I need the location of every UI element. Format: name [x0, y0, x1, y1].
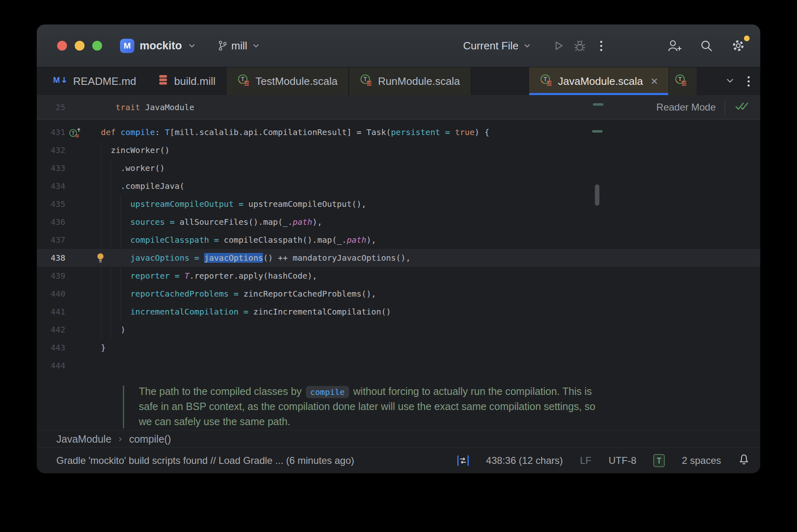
tab-label: build.mill: [174, 75, 216, 88]
line-number[interactable]: 441: [37, 303, 65, 321]
doc-text-run: without forcing to actually run the comp…: [350, 386, 592, 397]
code-token: [450, 127, 455, 137]
traffic-lights: [57, 41, 102, 51]
more-actions-button[interactable]: [590, 35, 612, 56]
tab-javamodule-scala[interactable]: TJavaModule.scala×: [529, 67, 669, 95]
doc-text-run: safe in an BSP context, as the compilati…: [139, 401, 595, 412]
code-token: def: [101, 127, 116, 137]
reader-mode-toggle-button[interactable]: [734, 101, 749, 113]
search-icon: [699, 39, 713, 53]
settings-notification-dot: [744, 35, 750, 41]
code-token: =: [238, 199, 243, 209]
zoom-window-button[interactable]: [92, 41, 102, 51]
code-with-me-button[interactable]: [664, 35, 685, 56]
code-line[interactable]: 436 sources = allSourceFiles().map(_.pat…: [37, 213, 760, 231]
line-number[interactable]: 436: [37, 213, 65, 231]
code-token: [91, 289, 130, 299]
code-line[interactable]: 435 upstreamCompileOutput = upstreamComp…: [37, 195, 760, 213]
code-token: [mill.scalalib.api.CompilationResult] = …: [170, 127, 391, 137]
hidden-tabs-button[interactable]: [725, 75, 735, 87]
code-token: :: [155, 127, 165, 137]
sync-arrows-icon[interactable]: [457, 455, 469, 466]
tab-build-mill[interactable]: build.mill: [147, 67, 226, 95]
project-widget[interactable]: M mockito: [120, 39, 196, 53]
code-line[interactable]: 433 .worker(): [37, 159, 760, 177]
code-line[interactable]: 431T def compile: T[mill.scalalib.api.Co…: [37, 123, 760, 141]
line-number[interactable]: 444: [37, 357, 65, 375]
code-line[interactable]: 442 ): [37, 321, 760, 339]
indent-widget[interactable]: 2 spaces: [682, 455, 721, 466]
code-line[interactable]: 440 reportCachedProblems = zincReportCac…: [37, 285, 760, 303]
branch-name: mill: [232, 40, 247, 52]
code-line[interactable]: 443 }: [37, 339, 760, 357]
doc-comment-guide: [123, 386, 124, 428]
caret-position-widget[interactable]: 438:36 (12 chars): [486, 455, 563, 466]
minimize-window-button[interactable]: [75, 41, 85, 51]
code-line[interactable]: 441 incrementalCompilation = zincIncreme…: [37, 303, 760, 321]
gutter: [65, 249, 91, 267]
code-line[interactable]: 439 reporter = T.reporter.apply(hashCode…: [37, 267, 760, 285]
run-configuration-selector[interactable]: Current File: [463, 40, 532, 52]
line-number[interactable]: 435: [37, 195, 65, 213]
settings-button[interactable]: [728, 35, 749, 56]
line-number[interactable]: 442: [37, 321, 65, 339]
sticky-code: trait JavaModule: [116, 102, 194, 112]
code-text: javacOptions = javacOptions() ++ mandato…: [91, 249, 411, 267]
code-text: .worker(): [91, 159, 165, 177]
code-editor[interactable]: 431T def compile: T[mill.scalalib.api.Co…: [37, 120, 760, 430]
status-bar: Gradle 'mockito' build scripts found // …: [37, 448, 760, 473]
breadcrumb-item[interactable]: compile(): [129, 433, 171, 445]
code-line[interactable]: 434 .compileJava(: [37, 177, 760, 195]
breadcrumb-item[interactable]: JavaModule: [56, 433, 111, 445]
search-everywhere-button[interactable]: [696, 35, 717, 56]
tab-partial[interactable]: T: [668, 67, 697, 95]
line-number[interactable]: 433: [37, 159, 65, 177]
code-token: javacOptions: [204, 253, 263, 263]
run-button[interactable]: [548, 35, 569, 56]
line-number[interactable]: 440: [37, 285, 65, 303]
doc-text-run: we can safely use the same path.: [139, 416, 290, 427]
close-tab-icon[interactable]: ×: [651, 75, 658, 87]
code-token: =: [170, 217, 175, 227]
line-number[interactable]: 434: [37, 177, 65, 195]
sticky-line-number: 25: [37, 102, 65, 112]
encoding-widget[interactable]: UTF-8: [608, 455, 636, 466]
tab-readme-md[interactable]: MREADME.md: [42, 67, 147, 95]
code-text: def compile: T[mill.scalalib.api.Compila…: [91, 123, 489, 141]
line-number[interactable]: 432: [37, 141, 65, 159]
code-token: .compileJava(: [91, 181, 185, 191]
code-line[interactable]: 432 zincWorker(): [37, 141, 760, 159]
type-badge[interactable]: T: [653, 454, 664, 467]
line-number[interactable]: 437: [37, 231, 65, 249]
code-token: [238, 307, 243, 317]
title-bar: M mockito mill Current File: [37, 24, 760, 67]
vcs-branch-widget[interactable]: mill: [218, 40, 260, 52]
chevron-down-icon: [523, 41, 532, 50]
code-line[interactable]: 444: [37, 357, 760, 375]
notifications-button[interactable]: [738, 453, 750, 468]
git-branch-icon: [218, 40, 227, 51]
debug-button[interactable]: [569, 35, 590, 56]
line-number[interactable]: 443: [37, 339, 65, 357]
code-line[interactable]: 438 javacOptions = javacOptions() ++ man…: [37, 249, 760, 267]
line-number[interactable]: 431: [37, 123, 65, 141]
code-token: =: [234, 289, 238, 299]
scrollbar-thumb[interactable]: [595, 184, 599, 206]
code-token: =: [194, 253, 199, 263]
line-number[interactable]: 439: [37, 267, 65, 285]
tab-options-button[interactable]: [748, 76, 750, 86]
tab-runmodule-scala[interactable]: TRunModule.scala: [349, 67, 471, 95]
project-name: mockito: [140, 40, 182, 52]
tab-testmodule-scala[interactable]: TTestModule.scala: [226, 67, 349, 95]
line-ending-widget[interactable]: LF: [580, 455, 591, 466]
add-user-icon: [667, 39, 682, 53]
code-token: persistent: [391, 127, 440, 137]
code-line[interactable]: 437 compileClasspath = compileClasspath(…: [37, 231, 760, 249]
code-token: upstreamCompileOutput: [130, 199, 234, 209]
gear-icon: [731, 38, 746, 53]
code-token: path: [293, 217, 312, 227]
line-number[interactable]: 438: [37, 249, 65, 267]
status-message[interactable]: Gradle 'mockito' build scripts found // …: [56, 455, 354, 466]
sticky-header-line[interactable]: 25 trait JavaModule Reader Mode: [37, 95, 760, 120]
close-window-button[interactable]: [57, 41, 67, 51]
